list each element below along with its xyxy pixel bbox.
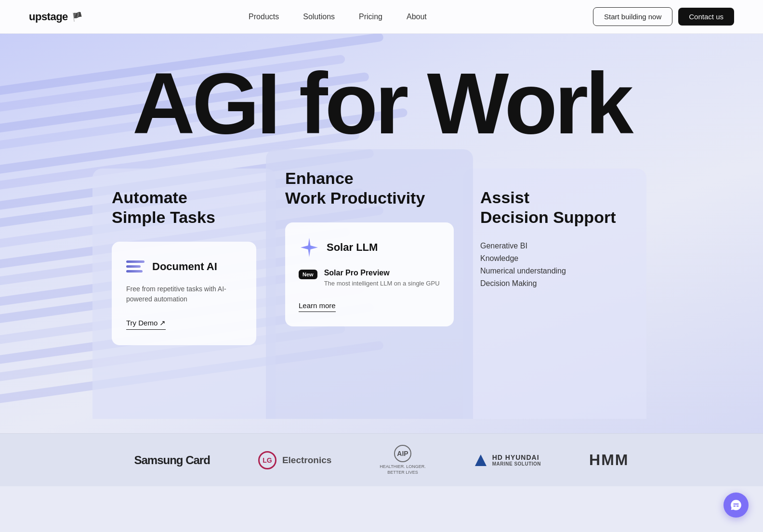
logo-lg-electronics: LG Electronics [258,451,331,469]
contact-us-button[interactable]: Contact us [678,8,734,26]
assist-items: Generative BI Knowledge Numerical unders… [480,242,630,288]
doc-ai-bar [126,260,145,263]
stripe [0,34,384,102]
hd-icon [474,454,487,467]
document-ai-label: Document AI [152,260,217,273]
lg-text-group: Electronics [282,455,331,466]
new-badge: New [299,270,317,279]
hd-label: HD HYUNDAI [492,454,541,461]
card-automate: Automate Simple Tasks Document AI Free f… [92,169,276,419]
solar-llm-title: Solar LLM [327,241,378,254]
card-automate-title: Automate Simple Tasks [112,188,256,227]
lg-circle-icon: LG [258,451,276,469]
nav-links: Products Solutions Pricing About [249,13,427,21]
try-demo-link[interactable]: Try Demo ↗ [126,319,166,330]
document-ai-desc: Free from repetitive tasks with AI-power… [126,284,242,304]
aip-icon: AIP [391,445,414,462]
assist-item: Numerical understanding [480,267,630,275]
logo-hd-hyundai: HD HYUNDAI MARINE SOLUTION [474,454,541,467]
svg-text:AIP: AIP [397,450,408,457]
document-ai-header: Document AI [126,257,242,276]
nav-products[interactable]: Products [249,13,279,21]
svg-marker-2 [475,454,487,466]
logos-bar: Samsung Card LG Electronics AIP HEALTHIE… [0,433,763,486]
cards-container: Automate Simple Tasks Document AI Free f… [92,149,671,419]
nav-solutions[interactable]: Solutions [303,13,335,21]
assist-item: Decision Making [480,279,630,288]
solar-header: Solar LLM [299,237,440,258]
navbar: upstage 🏴 Products Solutions Pricing Abo… [0,0,763,34]
solar-product-info: Solar Pro Preview The most intelligent L… [324,269,440,288]
nav-actions: Start building now Contact us [593,7,734,26]
assist-item: Knowledge [480,254,630,263]
solar-llm-card: Solar LLM New Solar Pro Preview The most… [285,222,454,326]
doc-ai-bar [126,270,143,272]
logo-samsung-card: Samsung Card [134,454,210,467]
chat-icon [730,499,742,511]
logo-aip: AIP HEALTHIER. LONGER.BETTER LIVES [380,445,425,475]
hd-text-group: HD HYUNDAI MARINE SOLUTION [492,454,541,467]
start-building-button[interactable]: Start building now [593,7,672,26]
solar-product-name: Solar Pro Preview [324,269,440,277]
card-assist-title: Assist Decision Support [480,188,630,227]
lg-electronics-text: Electronics [282,455,331,466]
hd-sublabel: MARINE SOLUTION [492,461,541,467]
card-assist: Assist Decision Support Generative BI Kn… [463,169,646,419]
document-ai-card: Document AI Free from repetitive tasks w… [112,242,256,345]
doc-ai-bar [126,265,141,268]
nav-about[interactable]: About [407,13,427,21]
hero-section: AGI for Work Automate Simple Tasks Docum… [0,34,763,433]
aip-tagline: HEALTHIER. LONGER.BETTER LIVES [380,464,425,475]
document-ai-icon [126,257,145,276]
solar-star-icon [299,237,320,258]
solar-product-row: New Solar Pro Preview The most intellige… [299,269,440,288]
learn-more-link[interactable]: Learn more [299,301,336,312]
solar-product-desc: The most intelligent LLM on a single GPU [324,279,440,288]
assist-item: Generative BI [480,242,630,250]
card-enhance: Enhance Work Productivity [266,149,473,419]
samsung-card-logo-text: Samsung Card [134,454,210,467]
logo[interactable]: upstage 🏴 [29,11,82,23]
hmm-text: HMM [589,451,629,469]
logo-text: upstage [29,11,68,23]
logo-hmm: HMM [589,451,629,469]
chat-button[interactable] [724,493,749,518]
nav-pricing[interactable]: Pricing [359,13,382,21]
logo-flag-icon: 🏴 [72,12,82,22]
card-enhance-title: Enhance Work Productivity [285,169,454,208]
